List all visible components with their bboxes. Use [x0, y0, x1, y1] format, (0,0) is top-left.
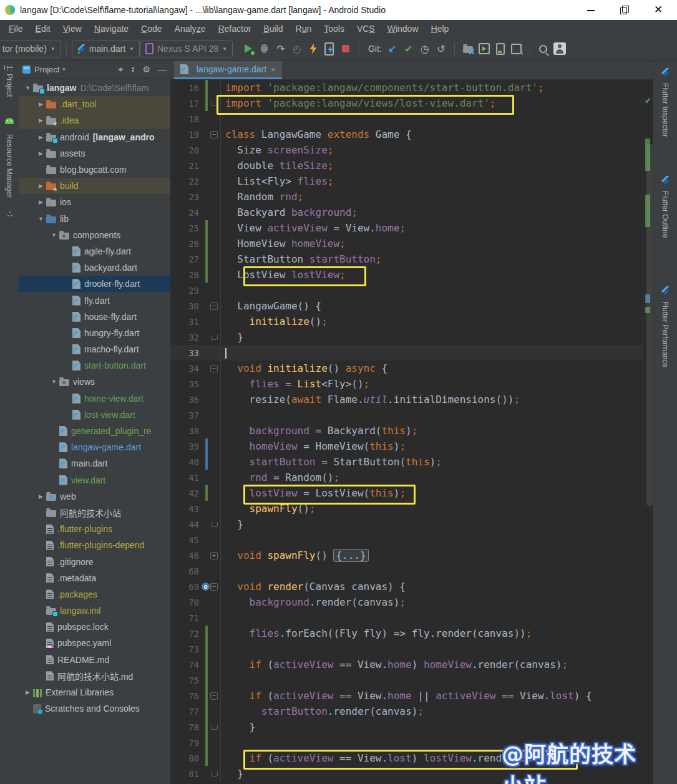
tree-item-readme-md[interactable]: README.md: [19, 652, 170, 668]
tree-item-macho-fly-dart[interactable]: macho-fly.dart: [19, 341, 170, 357]
editor-tab-langaw-game[interactable]: langaw-game.dart ×: [174, 61, 282, 79]
tree-item-langaw[interactable]: ▼langawD:\Code\Self\flam: [19, 80, 170, 96]
line-number[interactable]: 80: [170, 753, 199, 763]
code-text[interactable]: [220, 407, 225, 423]
tree-item-components[interactable]: ▼components: [19, 227, 170, 243]
tool-window-tab-project[interactable]: 1: Project: [5, 65, 14, 97]
close-button[interactable]: ✕: [653, 5, 663, 15]
menu-item-file[interactable]: File: [2, 20, 29, 37]
chevron-expanded-icon[interactable]: ▼: [49, 232, 59, 238]
line-number[interactable]: 70: [170, 598, 199, 607]
code-text[interactable]: background = Backyard(this);: [220, 423, 417, 438]
menu-item-analyze[interactable]: Analyze: [168, 20, 212, 37]
profile-avatar[interactable]: [552, 41, 568, 57]
line-number[interactable]: 42: [170, 488, 199, 498]
fold-gutter[interactable]: [208, 522, 220, 527]
code-text[interactable]: }: [220, 516, 243, 532]
code-text[interactable]: Random rnd;: [220, 189, 303, 205]
fold-gutter[interactable]: [208, 101, 220, 106]
tree-item-flutter-plugins[interactable]: .flutter-plugins: [19, 521, 170, 537]
menu-item-run[interactable]: Run: [290, 20, 318, 37]
tree-item-ios[interactable]: ▶ios: [19, 194, 170, 210]
tree-item-gitignore[interactable]: .gitignore: [19, 553, 170, 569]
code-line-18[interactable]: 18: [170, 111, 643, 127]
code-line-23[interactable]: 23 Random rnd;: [170, 189, 643, 205]
code-line-72[interactable]: 72 flies.forEach((Fly fly) => fly.render…: [170, 626, 643, 641]
override-method-icon[interactable]: o↑: [202, 582, 213, 591]
line-number[interactable]: 21: [170, 161, 199, 171]
chevron-collapsed-icon[interactable]: ▶: [36, 183, 46, 189]
structure-icon[interactable]: ∴: [5, 209, 15, 219]
code-text[interactable]: [220, 610, 225, 626]
fold-gutter[interactable]: [208, 335, 220, 340]
code-text[interactable]: void spawnFly() {...}: [220, 548, 369, 563]
code-text[interactable]: View activeView = View.home;: [220, 220, 406, 236]
git-update-button[interactable]: ↙: [384, 41, 401, 57]
tree-item-packages[interactable]: .packages: [19, 586, 170, 603]
line-number[interactable]: 26: [170, 239, 199, 249]
code-line-44[interactable]: 44 }: [170, 516, 643, 532]
code-line-73[interactable]: 73: [170, 641, 643, 657]
tree-item-assets[interactable]: ▶assets: [19, 145, 170, 162]
target-file-select[interactable]: main.dart▼: [72, 41, 140, 57]
line-number[interactable]: 43: [170, 504, 199, 514]
tree-item-阿航的技术小站[interactable]: 阿航的技术小站: [19, 505, 170, 521]
line-number[interactable]: 31: [170, 317, 199, 327]
tree-item-drooler-fly-dart[interactable]: drooler-fly.dart: [19, 276, 170, 292]
chevron-collapsed-icon[interactable]: ▶: [36, 134, 46, 140]
chevron-collapsed-icon[interactable]: ▶: [36, 199, 46, 205]
line-number[interactable]: 40: [170, 457, 199, 467]
tool-window-tab-flutter-inspector[interactable]: Flutter Inspector: [653, 68, 677, 137]
code-line-19[interactable]: 19−class LangawGame extends Game {: [170, 127, 643, 142]
code-line-46[interactable]: 46+ void spawnFly() {...}: [170, 548, 643, 563]
tree-item-pubspec-yaml[interactable]: pubspec.yaml: [19, 635, 170, 651]
line-number[interactable]: 29: [170, 286, 199, 296]
menu-item-build[interactable]: Build: [257, 20, 289, 37]
tree-item-metadata[interactable]: .metadata: [19, 570, 170, 586]
settings-gear-icon[interactable]: ⚙: [142, 65, 150, 74]
tree-item-fly-dart[interactable]: fly.dart: [19, 292, 170, 308]
code-text[interactable]: [220, 111, 225, 127]
code-line-68[interactable]: 68: [170, 563, 643, 579]
code-line-25[interactable]: 25 View activeView = View.home;: [170, 220, 643, 236]
inspection-ok-check-icon[interactable]: ✔: [645, 96, 651, 105]
line-number[interactable]: 77: [170, 707, 199, 717]
fold-gutter[interactable]: [208, 725, 220, 730]
git-history-button[interactable]: ◷: [417, 41, 433, 57]
tab-close-icon[interactable]: ×: [271, 65, 276, 74]
running-devices-button[interactable]: [476, 41, 492, 57]
tree-item-build[interactable]: ▶build: [19, 178, 170, 194]
code-text[interactable]: [220, 641, 225, 657]
code-text[interactable]: void initialize() async {: [220, 361, 387, 376]
line-number[interactable]: 78: [170, 722, 199, 732]
tree-item-main-dart[interactable]: main.dart: [19, 455, 170, 472]
line-number[interactable]: 23: [170, 192, 199, 202]
git-commit-button[interactable]: ✔: [401, 41, 417, 57]
code-text[interactable]: LostView lostView;: [220, 267, 346, 283]
line-number[interactable]: 35: [170, 379, 199, 389]
code-text[interactable]: [220, 563, 225, 579]
code-text[interactable]: startButton.render(canvas);: [220, 704, 424, 719]
chevron-collapsed-icon[interactable]: ▶: [36, 150, 46, 157]
menu-item-window[interactable]: Window: [381, 20, 425, 37]
code-line-32[interactable]: 32 }: [170, 329, 643, 345]
line-number[interactable]: 39: [170, 442, 199, 452]
code-text[interactable]: flies = List<Fly>();: [220, 376, 369, 392]
chevron-collapsed-icon[interactable]: ▶: [22, 689, 33, 695]
code-line-28[interactable]: 28 LostView lostView;: [170, 267, 643, 283]
code-line-26[interactable]: 26 HomeView homeView;: [170, 236, 643, 251]
profile-button[interactable]: ◴: [289, 41, 305, 57]
menu-item-help[interactable]: Help: [425, 20, 455, 37]
tree-item-lib[interactable]: ▼lib: [19, 211, 170, 227]
tree-item-idea[interactable]: ▶.idea: [19, 112, 170, 128]
chevron-collapsed-icon[interactable]: ▶: [36, 117, 46, 123]
code-line-37[interactable]: 37: [170, 407, 643, 423]
code-line-22[interactable]: 22 List<Fly> flies;: [170, 173, 643, 189]
chevron-expanded-icon[interactable]: ▼: [22, 85, 33, 91]
locate-file-button[interactable]: ⌖: [119, 65, 124, 74]
code-line-20[interactable]: 20 Size screenSize;: [170, 142, 643, 158]
line-number[interactable]: 76: [170, 691, 199, 701]
line-number[interactable]: 32: [170, 332, 199, 342]
code-line-34[interactable]: 34− void initialize() async {: [170, 361, 643, 376]
device-manager-button[interactable]: [492, 41, 509, 57]
